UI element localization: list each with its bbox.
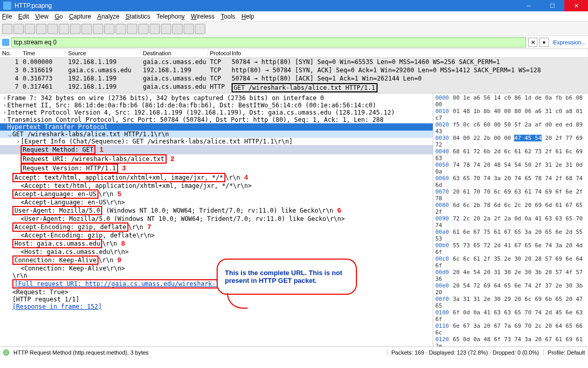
col-dst[interactable]: Destination xyxy=(141,49,208,57)
detail-method[interactable]: Request Method: GET xyxy=(21,145,95,154)
hex-line[interactable]: 007020 61 70 70 6c 69 63 61 74 69 6f 6e … xyxy=(435,188,586,202)
hex-line[interactable]: 009072 2c 20 2a 2f 2a 0d 0a 41 63 63 65 … xyxy=(435,215,586,229)
hex-line[interactable]: 00a061 6e 67 75 61 67 65 3a 20 65 6e 2d … xyxy=(435,229,586,242)
packet-row[interactable]: 10.000000192.168.1.199gaia.cs.umass.eduT… xyxy=(0,58,588,66)
hex-line[interactable]: 00b055 73 65 72 2d 41 67 65 6e 74 3a 20 … xyxy=(435,242,586,255)
col-no[interactable]: No. xyxy=(0,49,21,57)
annotation-8: 8 xyxy=(121,239,125,247)
toolbar-icon[interactable] xyxy=(47,24,58,34)
menu-analyze[interactable]: Analyze xyxy=(97,13,120,20)
col-time[interactable]: Time xyxy=(21,49,66,57)
toolbar-icon[interactable] xyxy=(116,24,126,34)
detail-host[interactable]: Host: gaia.cs.umass.edu xyxy=(14,240,100,247)
packet-details-pane[interactable]: ›Frame 7: 342 bytes on wire (2736 bits),… xyxy=(0,93,433,346)
detail-connection-sub: <Connection: Keep-Alive\r\n> xyxy=(21,265,125,272)
detail-ip[interactable]: Internet Protocol Version 4, Src: 192.16… xyxy=(7,109,395,116)
hex-line[interactable]: 000000 1e a6 56 14 c0 86 1d de 0a fb b6 … xyxy=(435,94,586,108)
detail-uri[interactable]: Request URI: /wireshark-labs/alice.txt xyxy=(21,154,167,164)
toolbar-icon[interactable] xyxy=(161,24,171,34)
menu-file[interactable]: File xyxy=(2,13,12,20)
detail-http[interactable]: Hypertext Transfer Protocol xyxy=(7,123,108,131)
hex-line[interactable]: 006063 65 70 74 3a 20 74 65 78 74 2f 68 … xyxy=(435,175,586,188)
toolbar-icon[interactable] xyxy=(36,24,46,34)
menu-help[interactable]: Help xyxy=(241,13,254,20)
toolbar xyxy=(0,22,588,36)
menu-telephony[interactable]: Telephony xyxy=(156,13,185,20)
filter-clear-button[interactable]: ✕ xyxy=(528,38,537,47)
toolbar-icon[interactable] xyxy=(184,24,194,34)
menu-view[interactable]: View xyxy=(35,13,48,20)
hex-line[interactable]: 0020f5 0c c6 60 00 50 5f 2a af d0 ed ed … xyxy=(435,121,586,135)
menu-edit[interactable]: Edit xyxy=(18,13,29,20)
status-bar: HTTP Request Method (http.request.method… xyxy=(0,346,588,358)
detail-response-frame[interactable]: [Response in frame: 152] xyxy=(12,303,102,310)
hex-line[interactable]: 00f03a 31 31 2e 30 29 20 6c 69 6b 65 20 … xyxy=(435,296,586,309)
hex-line[interactable]: 01106e 67 3a 20 67 7a 69 70 2c 20 64 65 … xyxy=(435,323,586,336)
hex-line[interactable]: 001001 48 1b 8b 40 00 80 06 a6 31 c0 a8 … xyxy=(435,108,586,121)
toolbar-icon[interactable] xyxy=(25,24,35,34)
close-button[interactable]: ✕ xyxy=(564,0,588,11)
hex-line[interactable]: 00c06c 6c 61 2f 35 2e 30 20 28 57 69 6e … xyxy=(435,255,586,269)
menu-tools[interactable]: Tools xyxy=(221,13,235,20)
filter-dropdown-button[interactable]: ▾ xyxy=(540,38,549,47)
detail-accept[interactable]: Accept: text/html, application/xhtml+xml… xyxy=(14,174,223,181)
toolbar-icon[interactable] xyxy=(172,24,183,34)
toolbar-icon[interactable] xyxy=(81,24,92,34)
menubar: File Edit View Go Capture Analyze Statis… xyxy=(0,11,588,22)
display-filter-input[interactable] xyxy=(11,37,526,47)
toolbar-icon[interactable] xyxy=(59,24,69,34)
expression-button[interactable]: Expression... xyxy=(553,39,586,45)
hex-line[interactable]: 00806d 6c 2b 78 6d 6c 2c 20 69 6d 61 67 … xyxy=(435,202,586,215)
toolbar-icon[interactable] xyxy=(195,24,205,34)
expert-info-icon[interactable] xyxy=(3,349,9,356)
hex-line[interactable]: 01006f 0d 0a 41 63 63 65 70 74 2d 45 6e … xyxy=(435,309,586,323)
detail-expert[interactable]: [Expert Info (Chat/Sequence): GET /wires… xyxy=(21,138,292,145)
toolbar-icon[interactable] xyxy=(70,24,80,34)
hex-line[interactable]: 004068 61 72 6b 2d 6c 61 62 73 2f 61 6c … xyxy=(435,148,586,162)
packet-row[interactable]: 30.316619gaia.cs.umass.edu192.168.1.199T… xyxy=(0,66,588,74)
detail-get[interactable]: GET /wireshark-labs/alice.txt HTTP/1.1\r… xyxy=(12,131,169,138)
hex-line[interactable]: 012065 0d 0a 48 6f 73 74 3a 20 67 61 69 … xyxy=(435,336,586,346)
detail-eth[interactable]: Ethernet II, Src: 86:1d:de:0a:fb:b6 (86:… xyxy=(7,102,376,109)
detail-host-sub: <Host: gaia.cs.umass.edu\r\n> xyxy=(21,248,129,255)
toolbar-icon[interactable] xyxy=(150,24,160,34)
detail-accept-lang-sub: <Accept-Language: en-US\r\n> xyxy=(21,199,125,206)
packet-rows: 10.000000192.168.1.199gaia.cs.umass.eduT… xyxy=(0,58,588,93)
col-proto[interactable]: Protocol xyxy=(208,49,230,57)
filter-icon[interactable] xyxy=(2,39,9,46)
hex-line[interactable]: 00e020 54 72 69 64 65 6e 74 2f 37 2e 30 … xyxy=(435,282,586,296)
packet-row[interactable]: 40.316773192.168.1.199gaia.cs.umass.eduT… xyxy=(0,74,588,83)
col-info[interactable]: Info xyxy=(230,49,588,57)
detail-user-agent[interactable]: User-Agent: Mozilla/5.0 xyxy=(14,207,100,214)
hex-line[interactable]: 005074 78 74 20 48 54 54 50 2f 31 2e 31 … xyxy=(435,162,586,175)
detail-connection[interactable]: Connection: Keep-Alive xyxy=(14,257,96,264)
toolbar-icon[interactable] xyxy=(13,24,24,34)
toolbar-icon[interactable] xyxy=(93,24,103,34)
toolbar-icon[interactable] xyxy=(2,24,12,34)
menu-go[interactable]: Go xyxy=(55,13,63,20)
menu-statistics[interactable]: Statistics xyxy=(125,13,150,20)
minimize-button[interactable]: ─ xyxy=(517,0,541,11)
detail-frame[interactable]: Frame 7: 342 bytes on wire (2736 bits), … xyxy=(7,94,324,102)
detail-accept-enc[interactable]: Accept-Encoding: gzip, deflate xyxy=(14,223,126,231)
menu-wireless[interactable]: Wireless xyxy=(191,13,215,20)
toolbar-icon[interactable] xyxy=(138,24,149,34)
packet-row[interactable]: 70.317461192.168.1.199gaia.cs.umass.eduH… xyxy=(0,83,588,93)
detail-crlf: \r\n xyxy=(12,272,27,279)
detail-accept-enc-sub: <Accept-Encoding: gzip, deflate\r\n> xyxy=(21,232,155,239)
detail-accept-lang[interactable]: Accept-Language: en-US xyxy=(14,190,96,198)
packet-bytes-pane[interactable]: 000000 1e a6 56 14 c0 86 1d de 0a fb b6 … xyxy=(433,93,588,346)
hex-line[interactable]: 003004 00 22 2b 00 00 47 45 54 20 2f 77 … xyxy=(435,135,586,148)
toolbar-icon[interactable] xyxy=(104,24,115,34)
window-titlebar: HTTP.pcapng ─ ☐ ✕ xyxy=(0,0,588,11)
detail-version[interactable]: Request Version: HTTP/1.1 xyxy=(21,164,118,173)
toolbar-icon[interactable] xyxy=(127,24,137,34)
maximize-button[interactable]: ☐ xyxy=(541,0,564,11)
col-src[interactable]: Source xyxy=(66,49,141,57)
detail-tcp[interactable]: Transmission Control Protocol, Src Port:… xyxy=(7,116,384,123)
menu-capture[interactable]: Capture xyxy=(69,13,91,20)
hex-line[interactable]: 00d020 4e 54 20 31 30 2e 30 3b 20 57 4f … xyxy=(435,269,586,282)
status-profile[interactable]: Profile: Default xyxy=(543,349,585,356)
packet-list-header: No. Time Source Destination Protocol Inf… xyxy=(0,49,588,58)
annotation-2: 2 xyxy=(171,155,174,163)
